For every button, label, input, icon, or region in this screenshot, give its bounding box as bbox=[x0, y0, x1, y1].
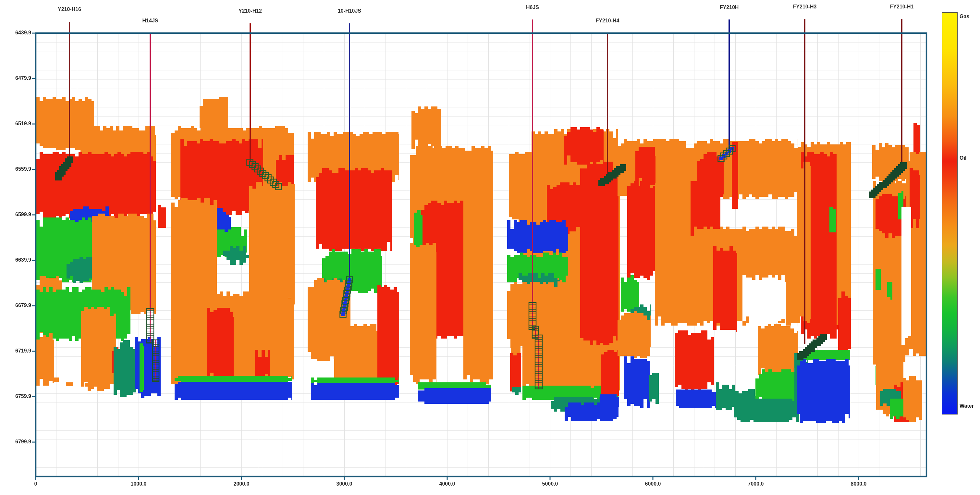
well-label-fy210-h4: FY210-H4 bbox=[582, 18, 633, 24]
y-axis-tick-label: 6719.9 bbox=[5, 348, 31, 354]
well-label-10-h10js: 10-H10JS bbox=[323, 8, 375, 14]
well-label-y210-h16: Y210-H16 bbox=[43, 6, 95, 12]
x-axis-tick-label: 0 bbox=[16, 481, 55, 487]
y-axis-tick-label: 6759.9 bbox=[5, 393, 31, 399]
well-label-y210-h12: Y210-H12 bbox=[224, 8, 276, 14]
legend-label-oil: Oil bbox=[959, 155, 966, 161]
x-axis-tick-label: 8000.0 bbox=[839, 481, 878, 487]
saturation-cross-section-view: 6439.96479.96519.96559.96599.96639.96679… bbox=[0, 0, 980, 495]
y-axis-tick-label: 6799.9 bbox=[5, 439, 31, 445]
well-label-fy210-h3: FY210-H3 bbox=[779, 4, 831, 10]
well-label-fy210h: FY210H bbox=[703, 5, 755, 10]
saturation-colorbar bbox=[942, 12, 958, 414]
cross-section-plot-canvas[interactable] bbox=[0, 0, 980, 495]
x-axis-tick-label: 1000.0 bbox=[119, 481, 158, 487]
legend-label-water: Water bbox=[959, 403, 974, 409]
y-axis-tick-label: 6519.9 bbox=[5, 121, 31, 127]
x-axis-tick-label: 2000.0 bbox=[222, 481, 261, 487]
x-axis-tick-label: 6000.0 bbox=[633, 481, 672, 487]
well-label-h6js: H6JS bbox=[507, 5, 558, 10]
y-axis-tick-label: 6479.9 bbox=[5, 75, 31, 81]
y-axis-tick-label: 6599.9 bbox=[5, 212, 31, 218]
y-axis-tick-label: 6639.9 bbox=[5, 257, 31, 263]
x-axis-tick-label: 3000.0 bbox=[325, 481, 364, 487]
y-axis-tick-label: 6439.9 bbox=[5, 30, 31, 36]
x-axis-tick-label: 5000.0 bbox=[531, 481, 570, 487]
well-label-h14js: H14JS bbox=[124, 18, 176, 24]
well-label-fy210-h1: FY210-H1 bbox=[876, 4, 928, 10]
y-axis-tick-label: 6559.9 bbox=[5, 166, 31, 172]
x-axis-tick-label: 4000.0 bbox=[428, 481, 467, 487]
x-axis-tick-label: 7000.0 bbox=[736, 481, 775, 487]
y-axis-tick-label: 6679.9 bbox=[5, 302, 31, 308]
legend-label-gas: Gas bbox=[959, 14, 969, 19]
